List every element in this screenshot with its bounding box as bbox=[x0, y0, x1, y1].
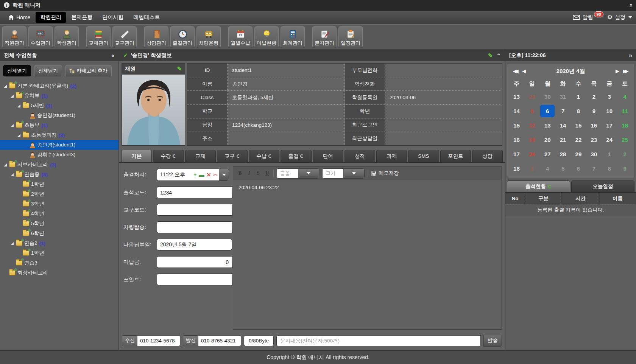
calendar-cell[interactable]: 월 bbox=[540, 78, 555, 89]
calendar-cell[interactable]: 3 bbox=[524, 161, 540, 176]
tree-item[interactable]: 연습3 bbox=[0, 258, 118, 268]
calendar-cell[interactable]: 금 bbox=[602, 78, 617, 89]
detail-tab[interactable]: SMS bbox=[408, 150, 439, 162]
refresh-icon[interactable] bbox=[237, 154, 240, 158]
prev-year-button[interactable]: ◀◀ bbox=[513, 68, 517, 74]
tree-item[interactable]: 6학년 bbox=[0, 229, 118, 238]
size-select[interactable]: 크기 bbox=[322, 168, 365, 179]
calendar-cell[interactable]: 5 bbox=[555, 161, 571, 176]
unpaid-input[interactable] bbox=[157, 256, 232, 268]
calendar-cell[interactable]: 30 bbox=[540, 89, 555, 104]
calendar-cell[interactable]: 주 bbox=[509, 78, 524, 89]
calendar-cell[interactable]: 24 bbox=[602, 132, 617, 147]
toolbar-attendance[interactable]: 출결관리 bbox=[170, 26, 195, 48]
calendar-cell[interactable]: 19 bbox=[524, 132, 540, 147]
sms-message-input[interactable] bbox=[276, 335, 481, 346]
calendar-cell[interactable]: 26 bbox=[524, 147, 540, 161]
tree-expand-icon[interactable] bbox=[3, 84, 8, 89]
next-year-button[interactable]: ▶▶ bbox=[623, 68, 627, 74]
calendar-cell[interactable]: 30 bbox=[586, 147, 602, 161]
menu-question-bank[interactable]: 문제은행 bbox=[67, 12, 97, 23]
toolbar-sms[interactable]: 문자관리 bbox=[312, 26, 337, 48]
refresh-icon[interactable] bbox=[173, 154, 176, 158]
attendance-time-field[interactable]: 11:22 오후 + ▬ ✕ ✂ bbox=[157, 169, 229, 181]
sms-send-button[interactable]: 발송 bbox=[483, 335, 502, 347]
size-dropdown-icon[interactable] bbox=[343, 169, 365, 178]
expand-all-button[interactable]: 전체열기 bbox=[3, 65, 31, 76]
refresh-icon[interactable] bbox=[548, 185, 552, 188]
right-tab[interactable]: 출석현황 bbox=[507, 180, 570, 192]
calendar-cell[interactable]: 3 bbox=[602, 89, 617, 104]
tree-item[interactable]: 연습용 (6) bbox=[0, 170, 118, 179]
calendar-cell[interactable]: 29 bbox=[571, 147, 586, 161]
calendar-cell[interactable]: 2 bbox=[617, 147, 633, 161]
calendar-cell[interactable]: 토 bbox=[617, 78, 633, 89]
tree-item[interactable]: 4학년 bbox=[0, 209, 118, 219]
calendar-cell[interactable]: 9 bbox=[617, 161, 633, 176]
tree-expand-icon[interactable] bbox=[10, 93, 15, 98]
detail-tab[interactable]: 상담 bbox=[472, 150, 503, 162]
calendar-cell[interactable]: 25 bbox=[617, 132, 633, 147]
italic-button[interactable]: I bbox=[246, 170, 252, 176]
absent-icon[interactable]: ✕ bbox=[207, 172, 211, 178]
next-month-button[interactable]: ▶ bbox=[616, 68, 619, 74]
toolbar-student[interactable]: 학생관리 bbox=[55, 26, 79, 48]
photo-edit-icon[interactable]: ✎ bbox=[177, 65, 182, 72]
rightbar-collapse-icon[interactable]: » bbox=[629, 52, 632, 59]
calendar-cell[interactable]: 18 bbox=[509, 161, 524, 176]
calendar-cell[interactable]: 22 bbox=[571, 132, 586, 147]
calendar-cell[interactable]: 목 bbox=[586, 78, 602, 89]
font-select[interactable]: 글꼴 bbox=[277, 168, 319, 179]
refresh-icon[interactable] bbox=[268, 154, 272, 158]
tree-item[interactable]: 유치부 (1) bbox=[0, 91, 118, 101]
calendar-cell[interactable]: 17 bbox=[602, 118, 617, 132]
alarm-button[interactable]: 알림 90 bbox=[573, 14, 603, 21]
calendar-cell[interactable]: 1 bbox=[571, 89, 586, 104]
toolbar-schedule[interactable]: 일정관리 bbox=[338, 26, 363, 48]
tree-item[interactable]: 5학년 bbox=[0, 219, 118, 229]
detail-tab[interactable]: 포인트 bbox=[440, 150, 471, 162]
tree-item[interactable]: 1학년 bbox=[0, 248, 118, 258]
detail-tab[interactable]: 수강 bbox=[153, 150, 184, 162]
calendar-cell[interactable]: 7 bbox=[586, 161, 602, 176]
calendar-cell[interactable]: 4 bbox=[617, 89, 633, 104]
detail-tab[interactable]: 교구 bbox=[217, 150, 248, 162]
calendar-cell[interactable]: 16 bbox=[509, 132, 524, 147]
detail-tab[interactable]: 교재 bbox=[185, 150, 216, 162]
calendar-cell[interactable]: 23 bbox=[586, 132, 602, 147]
menu-word-test[interactable]: 단어시험 bbox=[98, 12, 128, 23]
memo-content[interactable]: 2020-04-06 23:22 bbox=[233, 180, 502, 329]
calendar-cell[interactable]: 8 bbox=[571, 104, 586, 118]
memo-save-button[interactable]: 메모저장 bbox=[371, 170, 399, 177]
toolbar-monthly-payment[interactable]: 22 월별수납 bbox=[228, 26, 253, 48]
calendar-cell[interactable]: 7 bbox=[555, 104, 571, 118]
check-out-icon[interactable]: ▬ bbox=[199, 172, 204, 178]
tree-item[interactable]: 연습2 (1) bbox=[0, 238, 118, 248]
send-number-input[interactable] bbox=[198, 336, 241, 346]
calendar-cell[interactable]: 18 bbox=[617, 118, 633, 132]
calendar-cell[interactable]: 2 bbox=[586, 89, 602, 104]
menu-level-test[interactable]: 레벨테스트 bbox=[129, 12, 164, 23]
refresh-icon[interactable] bbox=[300, 154, 304, 158]
detail-tab[interactable]: 수납 bbox=[249, 150, 279, 162]
toolbar-textbook[interactable]: 교재관리 bbox=[86, 26, 111, 48]
detail-tab[interactable]: 출결 bbox=[281, 150, 311, 162]
calendar-cell[interactable]: 6 bbox=[571, 161, 586, 176]
toolbar-teaching-tools[interactable]: 교구관리 bbox=[112, 26, 137, 48]
toolbar-vehicle[interactable]: 차량운행 bbox=[196, 26, 221, 48]
calendar-cell[interactable]: 8 bbox=[602, 161, 617, 176]
calendar-cell[interactable]: 9 bbox=[586, 104, 602, 118]
calendar-cell[interactable]: 6 bbox=[540, 105, 555, 117]
tree-item[interactable]: 5세반 (1) bbox=[0, 101, 118, 110]
tree-expand-icon[interactable] bbox=[17, 103, 22, 108]
tree-item[interactable]: 서브카테고리 (3) bbox=[0, 160, 118, 170]
calendar-cell[interactable]: 10 bbox=[602, 104, 617, 118]
menu-home[interactable]: Home bbox=[4, 12, 35, 23]
calendar-cell[interactable]: 27 bbox=[540, 147, 555, 161]
recv-number-input[interactable] bbox=[137, 336, 180, 346]
calendar-cell[interactable]: 13 bbox=[540, 118, 555, 132]
toolbar-staff[interactable]: 직원관리 bbox=[2, 26, 26, 48]
tree-expand-icon[interactable] bbox=[17, 133, 22, 138]
check-in-icon[interactable]: + bbox=[193, 172, 196, 178]
calendar-cell[interactable]: 21 bbox=[555, 132, 571, 147]
